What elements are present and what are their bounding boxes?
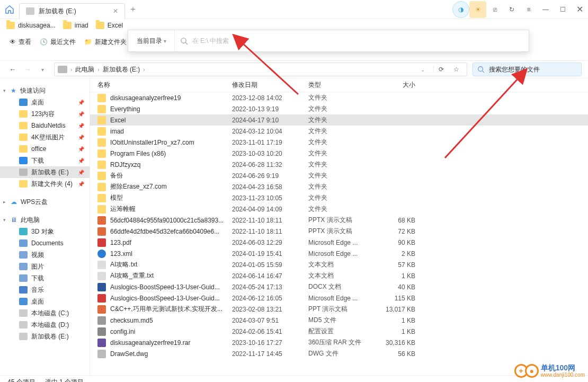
file-icon	[97, 339, 106, 347]
search-input-area[interactable]: 在 E:\ 中搜索	[175, 37, 529, 46]
maximize-button[interactable]: ☐	[554, 1, 571, 18]
forward-button[interactable]: →	[21, 65, 34, 74]
path-segment[interactable]: 新加载卷 (E:)	[103, 65, 140, 74]
item-count: 45 个项目	[7, 378, 35, 382]
favorite-button[interactable]: ☆	[449, 66, 464, 73]
refresh-button[interactable]: ⟳	[434, 66, 449, 73]
file-row[interactable]: AI攻略_查重.txt2024-06-14 16:47文本文档1 KB	[90, 270, 588, 281]
file-row[interactable]: AI攻略.txt2024-01-05 15:59文本文档57 KB	[90, 259, 588, 270]
back-button[interactable]: ←	[6, 65, 19, 74]
file-row[interactable]: 运筹帷幄2024-04-09 14:09文件夹	[90, 203, 588, 215]
item-icon	[19, 228, 28, 235]
history-dropdown[interactable]: ▾	[36, 67, 49, 73]
sidebar-quick-access[interactable]: ▾ ★ 快速访问	[0, 85, 90, 96]
sidebar-wps[interactable]: ▸ ☁ WPS云盘	[0, 196, 90, 208]
item-icon	[19, 122, 28, 129]
file-row[interactable]: 123.xml2024-01-19 15:41Microsoft Edge ..…	[90, 248, 588, 259]
new-tab-button[interactable]: ＋	[125, 4, 141, 15]
active-tab[interactable]: 新加载卷 (E:) ✕	[19, 3, 125, 19]
sidebar-item[interactable]: 下载📌	[0, 155, 90, 166]
file-name: DrawSet.dwg	[110, 350, 148, 358]
column-size[interactable]: 大小	[372, 81, 421, 90]
file-row[interactable]: Auslogics-BoostSpeed-13-User-Guid...2024…	[90, 281, 588, 292]
sidebar-item[interactable]: 图片	[0, 261, 90, 272]
search-scope-selector[interactable]: 当前目录 ▾	[128, 30, 175, 51]
menu-icon[interactable]: ≡	[520, 1, 537, 18]
sidebar-item[interactable]: 桌面	[0, 296, 90, 307]
address-bar[interactable]: › 此电脑 › 新加载卷 (E:) › ⌄ ⟳ ☆	[54, 63, 467, 76]
file-row[interactable]: 擦除Erase_xz7.com2024-04-23 16:58文件夹	[90, 181, 588, 192]
file-type: PPTX 演示文稿	[308, 227, 372, 236]
file-type: DOCX 文档	[308, 282, 372, 291]
sidebar-item-label: 4K壁纸图片	[31, 133, 65, 142]
sidebar-item[interactable]: 123内容📌	[0, 108, 90, 120]
global-search-input[interactable]: 搜索您想要的文件	[473, 63, 582, 76]
file-row[interactable]: RDJfzyxzq2024-06-28 11:32文件夹	[90, 159, 588, 170]
file-name: 备份	[110, 171, 123, 180]
file-icon	[97, 261, 106, 269]
file-row[interactable]: IObitUninstaller1Pro_xz7.com2023-11-01 1…	[90, 137, 588, 148]
column-name[interactable]: 名称	[97, 81, 232, 90]
new-folder-button[interactable]: 📁新建文件夹	[84, 38, 127, 47]
file-row[interactable]: checksum.md52024-03-07 9:51MD5 文件1 KB	[90, 315, 588, 326]
fav-item[interactable]: imad	[63, 22, 88, 29]
sidebar-item[interactable]: 本地磁盘 (C:)	[0, 307, 90, 319]
file-row[interactable]: imad2024-03-12 10:04文件夹	[90, 126, 588, 137]
column-type[interactable]: 类型	[308, 81, 372, 90]
file-row[interactable]: 56dcf04884c955fa901000c21c5a8393...2022-…	[90, 215, 588, 226]
file-row[interactable]: 66ddfe4d2fdbe45d32efca66b0409e6...2022-1…	[90, 226, 588, 237]
file-row[interactable]: Auslogics-BoostSpeed-13-User-Guid...2024…	[90, 292, 588, 304]
sidebar-item[interactable]: Documents	[0, 237, 90, 249]
column-date[interactable]: 修改日期	[232, 81, 308, 90]
sidebar-item-label: office	[31, 145, 46, 153]
file-row[interactable]: config.ini2024-02-06 15:41配置设置1 KB	[90, 326, 588, 337]
watermark-logo: +●	[514, 364, 539, 378]
file-row[interactable]: diskusageanalyzerfree192023-12-08 14:02文…	[90, 92, 588, 103]
sidebar-item[interactable]: 下载	[0, 272, 90, 284]
file-row[interactable]: DrawSet.dwg2022-11-17 14:45DWG 文件56 KB	[90, 348, 588, 359]
reload-icon[interactable]: ↻	[503, 1, 520, 18]
extension-icon[interactable]: ⎚	[486, 1, 503, 18]
fav-item[interactable]: Excel	[96, 22, 123, 29]
folder-icon	[6, 22, 15, 29]
file-type: 文件夹	[308, 138, 372, 147]
sidebar-item-label: 3D 对象	[31, 227, 54, 236]
path-segment[interactable]: 此电脑	[75, 65, 94, 74]
view-button[interactable]: 👁查看	[10, 38, 31, 47]
sidebar-item[interactable]: 音乐	[0, 284, 90, 296]
minimize-button[interactable]: —	[537, 1, 554, 18]
home-icon[interactable]	[0, 5, 19, 14]
pin-icon: 📌	[78, 135, 84, 140]
file-row[interactable]: 备份2024-06-26 9:19文件夹	[90, 170, 588, 181]
sidebar-item[interactable]: 桌面📌	[0, 96, 90, 108]
file-row[interactable]: Everything2022-10-13 9:19文件夹	[90, 103, 588, 114]
sidebar-item[interactable]: 3D 对象	[0, 226, 90, 237]
pin-icon: 📌	[78, 158, 84, 164]
file-date: 2023-02-08 13:21	[232, 306, 308, 313]
sidebar-item[interactable]: 新加载卷 (E:)	[0, 331, 90, 342]
assistant-icon[interactable]: ◑	[452, 1, 469, 18]
sidebar-item[interactable]: office📌	[0, 143, 90, 155]
sidebar-item[interactable]: 视频	[0, 249, 90, 261]
sidebar-item[interactable]: 4K壁纸图片📌	[0, 131, 90, 143]
sidebar-item[interactable]: 新建文件夹 (4)📌	[0, 178, 90, 190]
file-row[interactable]: C&C++,巧用单元测试新技术,实现开发...2023-02-08 13:21P…	[90, 304, 588, 315]
file-size: 1 KB	[372, 317, 421, 324]
file-row[interactable]: 模型2023-11-23 10:05文件夹	[90, 192, 588, 203]
close-button[interactable]: ✕	[571, 1, 588, 18]
sidebar-this-pc[interactable]: ▾ 🖥 此电脑	[0, 214, 90, 226]
close-icon[interactable]: ✕	[113, 7, 118, 15]
sidebar-item[interactable]: 新加载卷 (E:)📌	[0, 166, 90, 178]
file-row[interactable]: Excel2024-04-17 9:10文件夹	[90, 114, 588, 126]
recent-button[interactable]: 🕓最近文件	[40, 38, 76, 47]
file-row[interactable]: Program Files (x86)2023-10-03 10:20文件夹	[90, 148, 588, 159]
file-date: 2022-10-13 9:19	[232, 105, 308, 113]
sidebar-item[interactable]: 本地磁盘 (D:)	[0, 319, 90, 331]
theme-icon[interactable]: ☀	[469, 1, 486, 18]
file-row[interactable]: 123.pdf2024-06-03 12:29Microsoft Edge ..…	[90, 237, 588, 248]
file-row[interactable]: diskusageanalyzerfree19.rar2023-10-16 17…	[90, 337, 588, 348]
sidebar-item[interactable]: BaiduNetdis📌	[0, 120, 90, 131]
address-dropdown[interactable]: ⌄	[415, 67, 430, 73]
file-icon	[97, 272, 106, 280]
fav-item[interactable]: diskusagea...	[6, 22, 56, 29]
